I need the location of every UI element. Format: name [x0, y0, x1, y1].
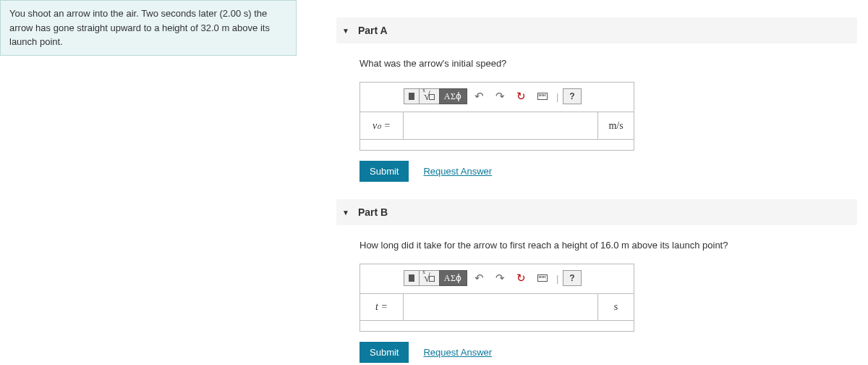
part-a-header[interactable]: ▼ Part A: [336, 17, 857, 43]
root-icon[interactable]: x√: [419, 88, 440, 104]
part-b-title: Part B: [358, 206, 388, 218]
part-b-header[interactable]: ▼ Part B: [336, 199, 857, 225]
greek-button[interactable]: ΑΣϕ: [439, 88, 467, 104]
template-icon[interactable]: [404, 88, 420, 104]
problem-statement: You shoot an arrow into the air. Two sec…: [0, 0, 297, 56]
request-answer-link[interactable]: Request Answer: [423, 347, 492, 358]
part-b-question: How long did it take for the arrow to fi…: [359, 240, 834, 251]
variable-label: v₀ =: [360, 112, 404, 139]
problem-text: You shoot an arrow into the air. Two sec…: [9, 8, 270, 47]
variable-label: t =: [360, 294, 404, 320]
part-b: ▼ Part B How long did it take for the ar…: [336, 199, 857, 363]
help-button[interactable]: ?: [563, 88, 581, 104]
keyboard-icon[interactable]: [533, 270, 552, 286]
toolbar-divider: |: [556, 273, 558, 284]
answer-input[interactable]: [404, 294, 597, 320]
keyboard-icon[interactable]: [533, 88, 552, 104]
redo-icon[interactable]: ↷: [491, 88, 510, 104]
redo-icon[interactable]: ↷: [491, 270, 510, 286]
part-b-answer-box: x√ ΑΣϕ ↶ ↷ ↻ | ? t = s: [359, 264, 634, 332]
template-icon[interactable]: [404, 270, 420, 286]
caret-down-icon: ▼: [342, 27, 349, 35]
reset-icon[interactable]: ↻: [512, 270, 531, 286]
reset-icon[interactable]: ↻: [512, 88, 531, 104]
caret-down-icon: ▼: [342, 209, 349, 217]
submit-button[interactable]: Submit: [359, 342, 409, 363]
help-button[interactable]: ?: [563, 270, 581, 286]
request-answer-link[interactable]: Request Answer: [423, 166, 492, 177]
toolbar-divider: |: [556, 91, 558, 102]
part-a: ▼ Part A What was the arrow's initial sp…: [336, 17, 857, 182]
toolbar: x√ ΑΣϕ ↶ ↷ ↻ | ?: [360, 264, 634, 293]
answer-input[interactable]: [404, 112, 597, 139]
part-a-question: What was the arrow's initial speed?: [359, 58, 834, 69]
root-icon[interactable]: x√: [419, 270, 440, 286]
part-a-title: Part A: [358, 25, 388, 36]
part-a-answer-box: x√ ΑΣϕ ↶ ↷ ↻ | ? v₀ = m/s: [359, 82, 634, 151]
undo-icon[interactable]: ↶: [470, 88, 489, 104]
toolbar: x√ ΑΣϕ ↶ ↷ ↻ | ?: [360, 83, 634, 112]
units-label: s: [597, 294, 634, 320]
undo-icon[interactable]: ↶: [470, 270, 489, 286]
greek-button[interactable]: ΑΣϕ: [439, 270, 467, 286]
units-label: m/s: [597, 112, 634, 139]
submit-button[interactable]: Submit: [359, 161, 409, 182]
